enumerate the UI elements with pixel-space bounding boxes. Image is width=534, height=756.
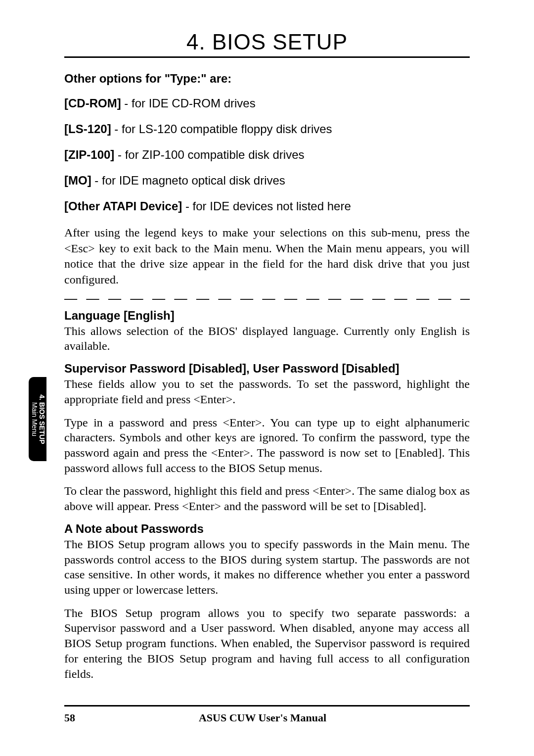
option-mo-label: [MO] [64, 174, 91, 187]
title-rule [64, 56, 470, 58]
supervisor-paragraph-1: These fields allow you to set the passwo… [64, 377, 470, 407]
side-tab: 4. BIOS SETUP Main Menu [29, 377, 46, 461]
option-cdrom: [CD-ROM] - for IDE CD-ROM drives [64, 96, 470, 110]
language-paragraph: This allows selection of the BIOS' displ… [64, 324, 470, 354]
option-ls120-text: - for LS-120 compatible floppy disk driv… [111, 122, 332, 136]
option-cdrom-label: [CD-ROM] [64, 96, 121, 110]
option-ls120: [LS-120] - for LS-120 compatible floppy … [64, 122, 470, 136]
option-zip100-text: - for ZIP-100 compatible disk drives [114, 148, 304, 161]
note-paragraph-2: The BIOS Setup program allows you to spe… [64, 606, 470, 682]
dashed-divider: — — — — — — — — — — — — — — — — — — — — … [64, 291, 470, 306]
page-content: 4. BIOS SETUP Other options for "Type:" … [0, 0, 534, 719]
footer-row: 58 ASUS CUW User's Manual [64, 711, 470, 724]
side-tab-subtitle: Main Menu [30, 402, 38, 436]
option-ls120-label: [LS-120] [64, 122, 111, 136]
chapter-title: 4. BIOS SETUP [64, 30, 470, 54]
supervisor-paragraph-3: To clear the password, highlight this fi… [64, 483, 470, 514]
after-options-paragraph: After using the legend keys to make your… [64, 225, 470, 288]
supervisor-paragraph-2: Type in a password and press <Enter>. Yo… [64, 415, 470, 476]
note-heading: A Note about Passwords [64, 522, 470, 536]
footer-title: ASUS CUW User's Manual [75, 711, 450, 724]
option-mo: [MO] - for IDE magneto optical disk driv… [64, 174, 470, 188]
page-footer: 58 ASUS CUW User's Manual [64, 705, 470, 724]
option-atapi: [Other ATAPI Device] - for IDE devices n… [64, 199, 470, 213]
side-tab-title: 4. BIOS SETUP [38, 394, 45, 444]
option-atapi-label: [Other ATAPI Device] [64, 199, 182, 213]
supervisor-heading: Supervisor Password [Disabled], User Pas… [64, 362, 470, 376]
footer-rule [64, 705, 470, 707]
footer-page-number: 58 [64, 711, 75, 724]
option-cdrom-text: - for IDE CD-ROM drives [121, 96, 256, 110]
side-tab-inner: 4. BIOS SETUP Main Menu [30, 394, 45, 444]
option-zip100-label: [ZIP-100] [64, 148, 114, 161]
note-paragraph-1: The BIOS Setup program allows you to spe… [64, 537, 470, 598]
option-mo-text: - for IDE magneto optical disk drives [91, 174, 285, 187]
language-heading: Language [English] [64, 309, 470, 323]
option-zip100: [ZIP-100] - for ZIP-100 compatible disk … [64, 148, 470, 162]
other-options-heading: Other options for "Type:" are: [64, 72, 470, 86]
option-atapi-text: - for IDE devices not listed here [182, 199, 351, 213]
